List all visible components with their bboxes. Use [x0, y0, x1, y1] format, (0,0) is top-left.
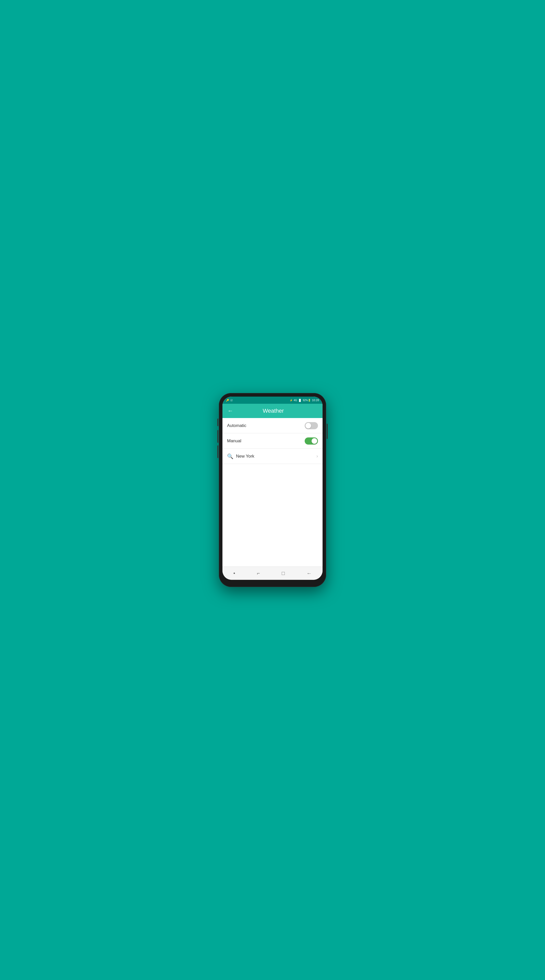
status-bar: 🔑 ☑ ⚡ 4G ▐▌ 92%🔋 10:28: [222, 396, 323, 404]
home-icon: •: [233, 570, 235, 576]
bixby-button[interactable]: [217, 445, 218, 458]
app-title: Weather: [237, 407, 309, 414]
content-area: Automatic Manual 🔍: [222, 418, 323, 566]
manual-toggle[interactable]: [305, 438, 318, 445]
signal-4g-icon: 4G: [294, 399, 297, 402]
signal-bars-icon: ▐▌: [298, 399, 301, 402]
automatic-label: Automatic: [227, 423, 247, 428]
location-text: New York: [236, 454, 254, 459]
square-icon: □: [282, 570, 285, 576]
search-left: 🔍 New York: [227, 453, 254, 460]
manual-label: Manual: [227, 438, 241, 444]
back-nav-icon: ←: [306, 570, 312, 576]
manual-row[interactable]: Manual: [222, 433, 323, 449]
manual-toggle-track: [305, 438, 318, 445]
overview-button[interactable]: □: [280, 568, 287, 578]
manual-toggle-thumb: [312, 438, 317, 444]
volume-up-button[interactable]: [217, 418, 218, 426]
bluetooth-icon: ⚡: [290, 399, 293, 402]
chevron-right-icon: ›: [316, 453, 318, 459]
home-button[interactable]: •: [231, 568, 237, 578]
automatic-row[interactable]: Automatic: [222, 418, 323, 433]
status-left: 🔑 ☑: [226, 399, 233, 402]
phone-screen: 🔑 ☑ ⚡ 4G ▐▌ 92%🔋 10:28 ← Weather Automat…: [222, 396, 323, 580]
automatic-toggle[interactable]: [305, 422, 318, 429]
status-right: ⚡ 4G ▐▌ 92%🔋 10:28: [290, 399, 319, 402]
recent-icon: ⌐: [257, 570, 260, 576]
location-row[interactable]: 🔍 New York ›: [222, 449, 323, 464]
key-icon: 🔑: [226, 399, 229, 402]
nav-back-button[interactable]: ←: [304, 568, 314, 578]
back-button[interactable]: ←: [226, 407, 234, 415]
automatic-toggle-track: [305, 422, 318, 429]
power-button[interactable]: [327, 424, 328, 439]
search-icon: 🔍: [227, 453, 233, 460]
nav-bar: • ⌐ □ ←: [222, 566, 323, 580]
status-time: 10:28: [312, 399, 319, 402]
top-app-bar: ← Weather: [222, 404, 323, 418]
volume-down-button[interactable]: [217, 430, 218, 443]
checkbox-icon: ☑: [230, 399, 233, 402]
battery-icon: 92%🔋: [303, 399, 311, 402]
recent-apps-button[interactable]: ⌐: [255, 568, 262, 578]
phone-device: 🔑 ☑ ⚡ 4G ▐▌ 92%🔋 10:28 ← Weather Automat…: [219, 393, 326, 587]
automatic-toggle-thumb: [306, 423, 311, 428]
